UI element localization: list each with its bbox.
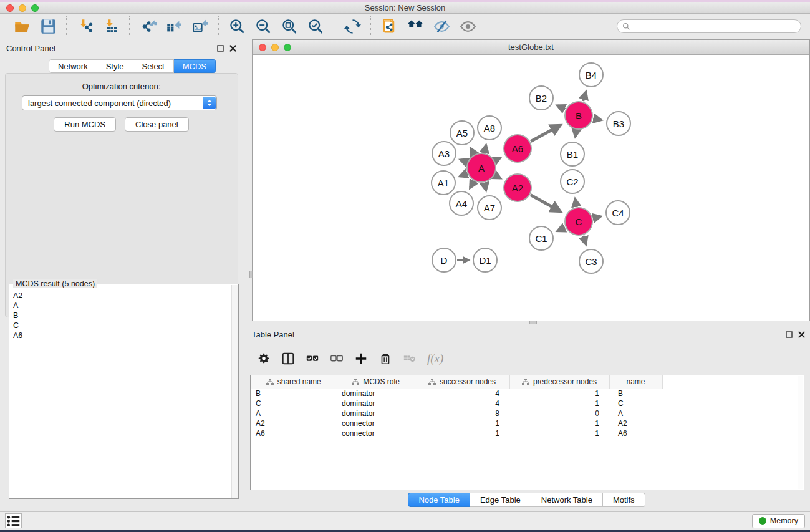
- table-row[interactable]: Bdominator41B: [251, 389, 804, 399]
- table-cell[interactable]: 1: [509, 428, 609, 438]
- graph-node-C[interactable]: C: [564, 207, 593, 236]
- column-header-successor-nodes[interactable]: successor nodes: [415, 375, 509, 389]
- edge-A-A7[interactable]: [485, 183, 486, 190]
- close-window-button[interactable]: [6, 4, 14, 12]
- edge-A-A8[interactable]: [485, 145, 486, 152]
- edge-B-B4[interactable]: [583, 92, 586, 102]
- zoom-selected-button[interactable]: [305, 16, 326, 36]
- table-cell[interactable]: 1: [509, 399, 609, 409]
- edge-C-C4[interactable]: [593, 216, 600, 218]
- edge-A2-C[interactable]: [531, 195, 560, 211]
- new-network-from-selection-button[interactable]: [378, 16, 400, 36]
- table-cell[interactable]: A6: [609, 428, 662, 438]
- table-cell[interactable]: A: [609, 409, 662, 418]
- edge-A6-B[interactable]: [531, 125, 560, 141]
- float-panel-icon[interactable]: [217, 45, 224, 52]
- result-list-item[interactable]: A6: [13, 331, 231, 341]
- table-cell[interactable]: 0: [509, 409, 609, 418]
- hide-selected-button[interactable]: [431, 16, 452, 36]
- result-list-item[interactable]: A: [13, 301, 231, 311]
- import-table-button[interactable]: [100, 16, 122, 36]
- edge-A-A1[interactable]: [460, 173, 467, 176]
- save-session-button[interactable]: [37, 16, 59, 36]
- table-cell[interactable]: 4: [415, 389, 509, 399]
- graph-node-A4[interactable]: A4: [449, 191, 474, 216]
- graph-node-A8[interactable]: A8: [477, 115, 502, 140]
- edge-A-A6[interactable]: [495, 158, 500, 160]
- table-row[interactable]: Adominator80A: [251, 409, 804, 418]
- table-cell[interactable]: 1: [415, 428, 509, 438]
- graph-node-C2[interactable]: C2: [560, 169, 585, 194]
- graph-node-B[interactable]: B: [564, 101, 593, 130]
- task-history-button[interactable]: [5, 513, 22, 528]
- export-image-button[interactable]: [190, 16, 211, 36]
- graph-node-B2[interactable]: B2: [529, 85, 554, 110]
- select-all-button[interactable]: [306, 352, 319, 365]
- export-network-button[interactable]: [137, 16, 158, 36]
- graph-node-C1[interactable]: C1: [529, 226, 554, 251]
- table-cell[interactable]: dominator: [337, 389, 415, 399]
- float-table-panel-icon[interactable]: [786, 331, 793, 338]
- tab-mcds[interactable]: MCDS: [174, 59, 216, 73]
- table-cell[interactable]: 1: [509, 389, 609, 399]
- edge-A-A5[interactable]: [471, 148, 474, 154]
- import-network-button[interactable]: [74, 16, 95, 36]
- table-row[interactable]: Cdominator41C: [251, 399, 804, 409]
- delete-column-button[interactable]: [378, 352, 392, 365]
- edge-B-B1[interactable]: [576, 130, 577, 137]
- graph-node-A[interactable]: A: [466, 153, 496, 183]
- table-cell[interactable]: 4: [415, 399, 509, 409]
- zoom-out-button[interactable]: [253, 16, 274, 36]
- edge-A-A2[interactable]: [495, 175, 500, 178]
- network-minimize-button[interactable]: [271, 44, 279, 51]
- column-header-name[interactable]: name: [609, 375, 662, 389]
- table-cell[interactable]: 8: [415, 409, 509, 418]
- graph-node-A2[interactable]: A2: [503, 173, 532, 202]
- show-all-button[interactable]: [457, 16, 478, 36]
- tab-motifs[interactable]: Motifs: [603, 493, 645, 507]
- table-cell[interactable]: A6: [251, 428, 337, 438]
- optimization-criterion-select[interactable]: largest connected component (directed): [22, 95, 217, 110]
- table-cell[interactable]: 1: [509, 418, 609, 428]
- open-file-button[interactable]: [11, 16, 32, 36]
- graph-node-B1[interactable]: B1: [560, 142, 585, 167]
- tab-select[interactable]: Select: [133, 59, 174, 73]
- result-scrollbar[interactable]: [231, 285, 238, 498]
- zoom-fit-button[interactable]: [279, 16, 300, 36]
- table-cell[interactable]: dominator: [337, 399, 415, 409]
- mcds-result-list[interactable]: A2ABCA6: [13, 291, 231, 496]
- graph-node-B3[interactable]: B3: [606, 111, 631, 136]
- table-cell[interactable]: connector: [337, 418, 415, 428]
- table-row[interactable]: A6connector11A6: [251, 428, 804, 438]
- zoom-window-button[interactable]: [31, 4, 39, 12]
- tab-style[interactable]: Style: [97, 59, 133, 73]
- edge-A-A4[interactable]: [470, 181, 474, 188]
- minimize-window-button[interactable]: [19, 4, 26, 12]
- tab-node-table[interactable]: Node Table: [408, 493, 470, 507]
- deselect-all-button[interactable]: [330, 352, 344, 365]
- result-list-item[interactable]: A2: [13, 291, 231, 301]
- graph-node-B4[interactable]: B4: [579, 62, 604, 87]
- edge-C-C2[interactable]: [575, 200, 576, 207]
- table-cell[interactable]: C: [251, 399, 337, 409]
- table-cell[interactable]: A2: [251, 418, 337, 428]
- table-settings-button[interactable]: [257, 352, 271, 365]
- refresh-layout-button[interactable]: [342, 16, 363, 36]
- graph-node-C3[interactable]: C3: [579, 249, 604, 274]
- edge-A-A3[interactable]: [461, 160, 467, 162]
- network-close-button[interactable]: [259, 44, 266, 51]
- table-cell[interactable]: B: [251, 389, 337, 399]
- network-window-titlebar[interactable]: testGlobe.txt: [253, 40, 809, 55]
- graph-node-D[interactable]: D: [432, 248, 456, 273]
- export-table-button[interactable]: [163, 16, 185, 36]
- graph-node-D1[interactable]: D1: [473, 248, 498, 273]
- column-header-predecessor-nodes[interactable]: predecessor nodes: [509, 375, 609, 389]
- table-cell[interactable]: C: [609, 399, 662, 409]
- add-column-button[interactable]: [354, 352, 368, 365]
- edge-C-C3[interactable]: [583, 236, 586, 244]
- network-canvas[interactable]: B4B2BB3A5A8A6A3B1AC2A1A2A4A7C4CC1C3DD1: [253, 55, 809, 320]
- edge-B-B2[interactable]: [557, 105, 565, 109]
- table-cell[interactable]: A: [251, 409, 337, 418]
- table-cell[interactable]: connector: [337, 428, 415, 438]
- edge-C-C1[interactable]: [557, 228, 565, 231]
